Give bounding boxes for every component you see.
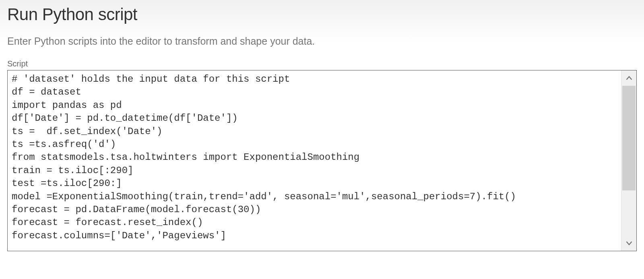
script-editor[interactable]	[8, 70, 621, 251]
script-editor-wrapper	[7, 70, 637, 251]
vertical-scrollbar[interactable]	[621, 70, 636, 251]
dialog-subtitle: Enter Python scripts into the editor to …	[7, 35, 637, 47]
scroll-thumb[interactable]	[622, 86, 636, 190]
run-python-script-dialog: Run Python script Enter Python scripts i…	[0, 0, 644, 251]
dialog-title: Run Python script	[7, 5, 637, 24]
scroll-track[interactable]	[621, 86, 636, 236]
scroll-down-arrow-icon[interactable]	[621, 236, 636, 251]
scroll-up-arrow-icon[interactable]	[621, 70, 636, 86]
script-label: Script	[7, 59, 637, 68]
